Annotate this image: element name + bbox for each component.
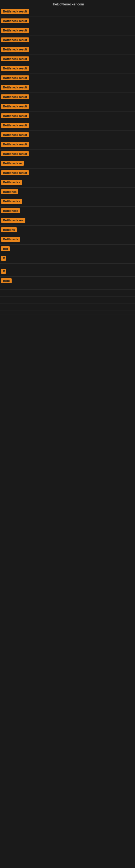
bottleneck-result-label[interactable]: Bottleneck re [1,161,24,166]
bottleneck-row: Bot [0,245,135,254]
bottleneck-list: Bottleneck resultBottleneck resultBottle… [0,7,135,314]
bottleneck-row: Bottleneck r [0,178,135,188]
bottleneck-result-label[interactable]: Bottleneck result [1,123,29,128]
bottleneck-result-label[interactable]: Bottl [1,278,12,283]
bottleneck-row: Bottleneck result [0,7,135,17]
bottleneck-result-label[interactable]: Bottleneck r [1,180,22,185]
bottleneck-row [0,304,135,307]
bottleneck-result-label[interactable]: Bottleneck result [1,113,29,118]
bottleneck-result-label[interactable]: Bottleneck result [1,47,29,52]
bottleneck-row: Bottleneck result [0,150,135,159]
bottleneck-result-label[interactable]: Bottleneck result [1,85,29,90]
bottleneck-result-label[interactable]: Bottleneck result [1,170,29,175]
bottleneck-result-label[interactable]: Bottleneck result [1,104,29,109]
bottleneck-row: B [0,254,135,264]
bottleneck-result-label[interactable]: Bottleneck result [1,75,29,80]
bottleneck-result-label[interactable]: B [1,269,6,274]
bottleneck-row: Bottleneck result [0,112,135,121]
bottleneck-row: Bottleneck result [0,131,135,140]
bottleneck-result-label[interactable]: Bottleneck result [1,94,29,99]
bottleneck-row: Bottlens [0,226,135,235]
bottleneck-row: Bottleneck result [0,121,135,131]
bottleneck-row [0,311,135,314]
bottleneck-result-label[interactable]: Bottleneck result [1,151,29,156]
bottleneck-result-label[interactable]: Bottleneck result [1,66,29,71]
bottleneck-row: Bottleneck result [0,17,135,26]
bottleneck-row [0,264,135,267]
bottleneck-row: Bottleneck result [0,169,135,178]
bottleneck-row: Bottleneck result [0,45,135,55]
bottleneck-row [0,286,135,290]
bottleneck-row: Bottleneck result [0,55,135,64]
bottleneck-row [0,300,135,304]
bottleneck-result-label[interactable]: Bottleneck result [1,28,29,33]
bottleneck-row [0,290,135,293]
bottleneck-row [0,307,135,311]
bottleneck-result-label[interactable]: Bottleneck result [1,56,29,61]
bottleneck-result-label[interactable]: Bottleneck res [1,218,26,223]
bottleneck-result-label[interactable]: Bottleneck result [1,9,29,14]
site-header: TheBottlenecker.com [0,0,135,7]
bottleneck-row: Bottleneck [0,207,135,216]
bottleneck-row: Bottleneck result [0,93,135,102]
bottleneck-row: Bottleneck re [0,159,135,169]
bottleneck-result-label[interactable]: Bottleneck result [1,37,29,42]
bottleneck-result-label[interactable]: Bot [1,246,10,251]
bottleneck-result-label[interactable]: Bottlens [1,227,17,232]
bottleneck-row: Bottlenec [0,188,135,197]
bottleneck-row: Bottleneck res [0,216,135,226]
bottleneck-row: Bottleneck result [0,83,135,93]
bottleneck-row [0,297,135,300]
bottleneck-row [0,293,135,297]
bottleneck-row: Bottleneck result [0,26,135,36]
bottleneck-row: Bottleneck result [0,64,135,74]
bottleneck-row: Bottleneck result [0,102,135,112]
bottleneck-result-label[interactable]: Bottleneck result [1,19,29,23]
bottleneck-result-label[interactable]: B [1,256,6,261]
bottleneck-row: Bottl [0,277,135,286]
bottleneck-row: Bottleneck result [0,74,135,83]
bottleneck-result-label[interactable]: Bottlenec [1,189,18,194]
bottleneck-row: Bottleneck result [0,36,135,45]
bottleneck-row: Bottleneck result [0,140,135,150]
bottleneck-row: Bottleneck r [0,197,135,207]
bottleneck-result-label[interactable]: Bottleneck result [1,132,29,137]
bottleneck-row: B [0,267,135,277]
bottleneck-row: Bottleneck [0,235,135,245]
bottleneck-result-label[interactable]: Bottleneck result [1,142,29,147]
bottleneck-result-label[interactable]: Bottleneck [1,237,20,242]
bottleneck-result-label[interactable]: Bottleneck [1,208,20,213]
bottleneck-result-label[interactable]: Bottleneck r [1,199,22,204]
